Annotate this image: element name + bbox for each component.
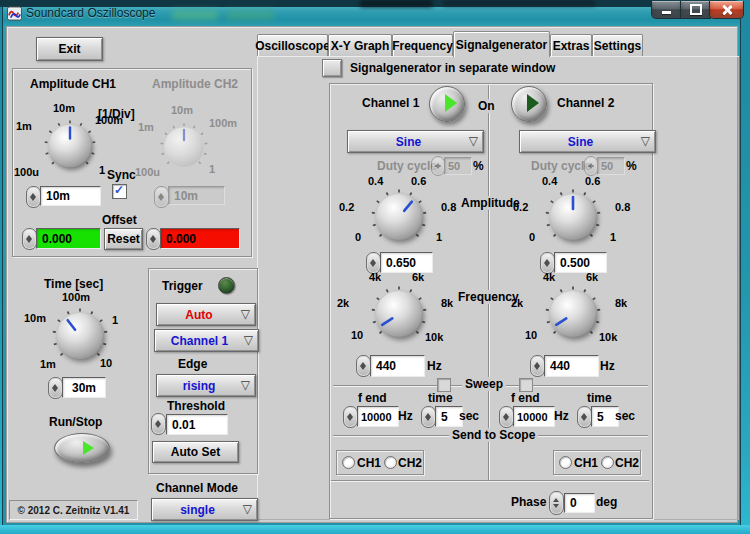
- channel-mode-dropdown[interactable]: single▽: [151, 498, 258, 521]
- run-stop-button[interactable]: [54, 433, 110, 463]
- channel1-amplitude-knob[interactable]: [371, 189, 427, 245]
- value-text: 440: [376, 359, 396, 373]
- channel1-title: Channel 1: [362, 96, 419, 110]
- time-knob[interactable]: [52, 308, 108, 364]
- channel2-frequency-knob[interactable]: [545, 286, 601, 342]
- channel2-amplitude-value[interactable]: 0.500: [554, 252, 607, 273]
- time-spinner[interactable]: [48, 377, 63, 399]
- sync-checkbox[interactable]: ✓: [112, 184, 127, 199]
- offset-ch2-spinner[interactable]: [146, 228, 161, 250]
- channel1-send-ch2-radio[interactable]: [384, 456, 397, 469]
- channel1-fend-spinner[interactable]: [343, 406, 358, 428]
- minimize-button[interactable]: [651, 1, 682, 19]
- play-icon: [527, 94, 539, 112]
- value-text: 10m: [174, 189, 198, 203]
- value-text: 10000: [361, 411, 392, 423]
- deg-label: deg: [596, 495, 617, 509]
- time-value[interactable]: 30m: [62, 377, 106, 398]
- run-stop-label: Run/Stop: [49, 415, 102, 429]
- channel2-waveform-dropdown[interactable]: Sine▽: [519, 130, 656, 153]
- knob-scale-label: 0.6: [585, 175, 600, 188]
- trigger-mode-dropdown[interactable]: Auto▽: [156, 303, 256, 326]
- knob-scale-label: 1: [99, 164, 105, 177]
- knob-scale-label: 10: [351, 329, 363, 342]
- knob-scale-label: 1m: [16, 120, 32, 133]
- sync-label: Sync: [107, 168, 136, 182]
- trigger-edge-dropdown[interactable]: rising▽: [156, 374, 256, 397]
- offset-ch1-value[interactable]: 0.000: [36, 228, 101, 249]
- channel1-frequency-knob[interactable]: [371, 286, 427, 342]
- tab-signalgenerator[interactable]: Signalgenerator: [453, 31, 550, 57]
- value-text: 10m: [46, 189, 70, 203]
- tab-frequency[interactable]: Frequency: [392, 34, 453, 57]
- hz-label: Hz: [398, 409, 413, 423]
- channel2-fend-spinner[interactable]: [499, 406, 514, 428]
- tab-xy-graph[interactable]: X-Y Graph: [328, 34, 392, 57]
- channel1-frequency-spinner[interactable]: [356, 355, 371, 377]
- channel1-fend-value[interactable]: 10000: [357, 406, 399, 427]
- knob-scale-label: 4k: [543, 271, 555, 284]
- tab-settings[interactable]: Settings: [592, 34, 643, 57]
- knob-scale-label: 6k: [412, 271, 424, 284]
- threshold-value[interactable]: 0.01: [166, 414, 228, 435]
- knob-scale-label: 4k: [369, 271, 381, 284]
- channel2-duty-value[interactable]: 50: [597, 157, 625, 175]
- maximize-icon: [690, 4, 702, 15]
- knob-scale-label: 0.2: [513, 201, 528, 214]
- channel1-frequency-value[interactable]: 440: [370, 355, 425, 377]
- window-title: Soundcard Oszilloscope: [26, 6, 155, 20]
- auto-set-button[interactable]: Auto Set: [152, 441, 239, 463]
- amplitude-ch2-spinner[interactable]: [154, 186, 169, 208]
- channel2-sweep-checkbox[interactable]: [519, 378, 533, 392]
- duty-cycle-label: Duty cycle: [377, 159, 437, 173]
- amplitude-ch2-value[interactable]: 10m: [168, 186, 225, 205]
- knob-scale-label: 0.8: [615, 201, 630, 214]
- amplitude-ch2-knob[interactable]: [160, 123, 208, 171]
- offset-label: Offset: [102, 213, 137, 227]
- amplitude-ch1-spinner[interactable]: [26, 186, 41, 208]
- channel2-frequency-value[interactable]: 440: [544, 355, 599, 377]
- channel2-amplitude-knob[interactable]: [545, 189, 601, 245]
- duty-cycle-spinner[interactable]: [431, 156, 445, 176]
- knob-scale-label: 1: [436, 231, 442, 244]
- value-text: 10000: [517, 411, 548, 423]
- knob-scale-label: 10k: [599, 331, 617, 344]
- amplitude-ch1-value[interactable]: 10m: [40, 186, 101, 206]
- amplitude-ch1-knob[interactable]: [44, 120, 96, 172]
- channel1-sweeptime-spinner[interactable]: [421, 406, 436, 428]
- channel1-waveform-dropdown[interactable]: Sine▽: [347, 130, 484, 153]
- channel2-send-ch2-radio[interactable]: [601, 456, 614, 469]
- tab-extras[interactable]: Extras: [550, 34, 592, 57]
- radio-label: CH2: [615, 456, 639, 470]
- trigger-source-dropdown[interactable]: Channel 1▽: [154, 329, 259, 352]
- channel1-amplitude-value[interactable]: 0.650: [380, 252, 433, 273]
- knob-scale-label: 1m: [138, 121, 154, 134]
- separate-window-checkbox[interactable]: [322, 59, 342, 77]
- exit-label: Exit: [58, 42, 80, 56]
- channel2-fend-value[interactable]: 10000: [513, 406, 555, 427]
- exit-button[interactable]: Exit: [36, 37, 103, 61]
- channel1-on-toggle[interactable]: [429, 86, 465, 122]
- channel2-on-toggle[interactable]: [511, 86, 547, 122]
- knob-scale-label: 1: [209, 163, 215, 176]
- channel2-title: Channel 2: [557, 96, 614, 110]
- tab-oscilloscope[interactable]: Oscilloscope: [257, 34, 328, 57]
- offset-ch1-spinner[interactable]: [22, 228, 37, 250]
- minimize-icon: [662, 11, 671, 14]
- channel1-sweep-checkbox[interactable]: [437, 378, 451, 392]
- phase-value[interactable]: 0: [564, 493, 595, 513]
- percent-label: %: [626, 159, 637, 173]
- phase-spinner[interactable]: [549, 491, 564, 515]
- channel2-frequency-spinner[interactable]: [530, 355, 545, 377]
- knob-scale-label: 0: [529, 231, 535, 244]
- channel2-send-ch1-radio[interactable]: [559, 456, 572, 469]
- threshold-spinner[interactable]: [151, 413, 166, 435]
- reset-button[interactable]: Reset: [104, 228, 143, 250]
- duty-cycle-spinner[interactable]: [584, 156, 598, 176]
- channel1-duty-value[interactable]: 50: [444, 157, 472, 175]
- maximize-button[interactable]: [680, 1, 711, 19]
- channel2-sweeptime-spinner[interactable]: [577, 406, 592, 428]
- offset-ch2-value[interactable]: 0.000: [160, 228, 240, 249]
- channel1-send-ch1-radio[interactable]: [342, 456, 355, 469]
- close-button[interactable]: [709, 1, 744, 19]
